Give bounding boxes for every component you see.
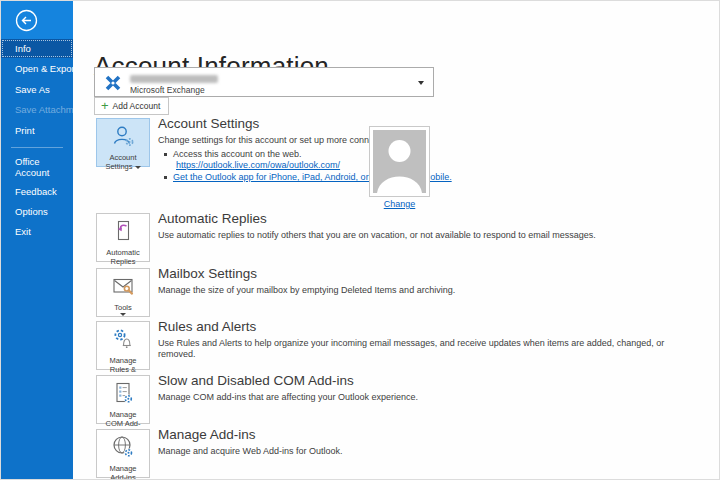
change-photo-link-wrap: Change <box>369 199 430 209</box>
account-provider-label: Microsoft Exchange <box>130 85 205 95</box>
back-button[interactable] <box>15 9 38 32</box>
sidebar-item-print[interactable]: Print <box>1 122 73 140</box>
bullet-icon <box>164 153 167 156</box>
door-left-arrow-icon <box>110 218 136 247</box>
section-title-rules-alerts: Rules and Alerts <box>158 319 256 334</box>
section-desc-manage-addins: Manage and acquire Web Add-ins for Outlo… <box>158 446 686 457</box>
back-arrow-icon <box>15 20 38 35</box>
backstage-sidebar: Info Open & Export Save As Save Attachme… <box>1 1 73 480</box>
section-title-automatic-replies: Automatic Replies <box>158 211 267 226</box>
section-desc-automatic-replies: Use automatic replies to notify others t… <box>158 230 686 241</box>
globe-gear-icon <box>110 434 136 463</box>
automatic-replies-button-label: Automatic Replies <box>103 248 143 266</box>
manage-addins-button-label: Manage Add-ins <box>103 464 143 480</box>
sidebar-item-save-as[interactable]: Save As <box>1 81 73 99</box>
section-desc-com-addins: Manage COM add-ins that are affecting yo… <box>158 392 686 403</box>
sidebar-divider <box>11 147 63 148</box>
sidebar-item-office-account[interactable]: Office Account <box>1 154 63 180</box>
mailbox-tools-button[interactable]: Tools <box>96 268 150 317</box>
sidebar-item-feedback[interactable]: Feedback <box>1 183 73 201</box>
add-account-button[interactable]: + Add Account <box>94 97 169 115</box>
section-title-manage-addins: Manage Add-ins <box>158 427 256 442</box>
section-desc-rules-alerts: Use Rules and Alerts to help organize yo… <box>158 338 686 360</box>
section-title-account-settings: Account Settings <box>158 116 259 131</box>
sidebar-header <box>1 1 73 39</box>
person-gear-icon <box>110 123 136 152</box>
exchange-logo-icon <box>102 72 124 98</box>
outlook-backstage-window: Info Open & Export Save As Save Attachme… <box>0 0 720 480</box>
section-title-mailbox-settings: Mailbox Settings <box>158 266 257 281</box>
sidebar-item-open-export[interactable]: Open & Export <box>1 60 73 78</box>
manage-addins-button[interactable]: Manage Add-ins <box>96 429 150 478</box>
bullet-icon <box>164 176 167 179</box>
tools-button-label: Tools <box>114 303 132 312</box>
sidebar-item-exit[interactable]: Exit <box>1 223 73 241</box>
sidebar-item-info[interactable]: Info <box>1 39 73 58</box>
redacted-email-address <box>130 75 218 83</box>
chevron-down-icon <box>418 81 424 85</box>
automatic-replies-button[interactable]: Automatic Replies <box>96 213 150 262</box>
add-account-label: Add Account <box>113 101 161 111</box>
bullet-access-web: Access this account on the web. <box>164 149 302 159</box>
chevron-down-icon <box>120 313 126 316</box>
account-settings-button-label: Account Settings <box>103 153 143 171</box>
change-photo-link[interactable]: Change <box>384 199 416 209</box>
bullet-access-web-text: Access this account on the web. <box>173 149 302 159</box>
sidebar-item-save-attachments: Save Attachments <box>1 101 73 119</box>
manage-rules-alerts-button[interactable]: Manage Rules & Alerts <box>96 321 150 370</box>
account-selector-dropdown[interactable]: Microsoft Exchange <box>94 67 434 97</box>
chevron-down-icon <box>135 166 141 169</box>
person-silhouette-avatar <box>373 130 426 193</box>
account-info-panel: Account Information Microsoft Exchange +… <box>73 1 720 480</box>
sidebar-item-options[interactable]: Options <box>1 203 73 221</box>
account-settings-button[interactable]: Account Settings <box>96 118 150 167</box>
envelope-wrench-icon <box>110 273 136 302</box>
section-desc-mailbox-settings: Manage the size of your mailbox by empty… <box>158 285 686 296</box>
owa-url-link[interactable]: https://outlook.live.com/owa/outlook.com… <box>176 160 340 170</box>
section-title-com-addins: Slow and Disabled COM Add-ins <box>158 373 354 388</box>
gear-bell-icon <box>110 326 136 355</box>
document-gear-icon <box>110 380 136 409</box>
manage-com-addins-button[interactable]: Manage COM Add-ins <box>96 375 150 424</box>
account-photo <box>369 126 430 197</box>
plus-icon: + <box>101 101 109 111</box>
